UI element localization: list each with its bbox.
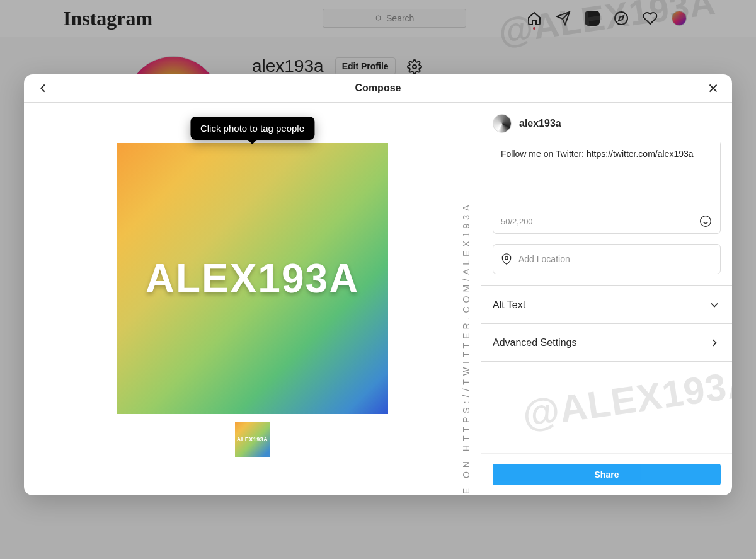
settings-rows: Alt Text Advanced Settings xyxy=(481,285,732,362)
modal-header: Compose xyxy=(24,74,732,103)
photo-preview[interactable]: ALEX193A xyxy=(117,143,388,414)
modal-title: Compose xyxy=(355,83,401,94)
emoji-button[interactable] xyxy=(699,214,713,228)
compose-form: @ALEX193A alex193a 50/2,200 xyxy=(481,103,732,495)
close-icon xyxy=(706,81,720,95)
back-button[interactable] xyxy=(35,81,50,96)
compose-modal: Compose Click photo to tag people ALEX19… xyxy=(24,74,732,495)
advanced-settings-row[interactable]: Advanced Settings xyxy=(481,323,732,361)
alt-text-row[interactable]: Alt Text xyxy=(481,285,732,323)
compose-username: alex193a xyxy=(519,118,561,129)
close-button[interactable] xyxy=(706,81,721,96)
smile-icon xyxy=(699,215,712,228)
photo-text: ALEX193A xyxy=(146,255,360,302)
modal-overlay[interactable]: Compose Click photo to tag people ALEX19… xyxy=(0,0,756,559)
chevron-left-icon xyxy=(36,81,50,95)
share-wrap: Share xyxy=(481,453,732,495)
compose-user: alex193a xyxy=(481,103,732,141)
location-box xyxy=(493,244,721,274)
chevron-down-icon xyxy=(708,299,721,311)
alt-text-label: Alt Text xyxy=(493,299,525,311)
tag-tooltip: Click photo to tag people xyxy=(190,117,314,140)
chevron-right-icon xyxy=(708,337,721,349)
svg-point-12 xyxy=(505,256,508,260)
location-input[interactable] xyxy=(518,254,713,264)
advanced-settings-label: Advanced Settings xyxy=(493,337,576,349)
caption-input[interactable] xyxy=(493,141,720,212)
photo-pane: Click photo to tag people ALEX193A ALEX1… xyxy=(24,103,481,495)
vertical-watermark: FOLLOW ME ON HTTPS://TWITTER.COM/ALEX193… xyxy=(461,188,471,495)
avatar xyxy=(493,114,512,133)
location-pin-icon xyxy=(501,253,512,265)
thumbnail-text: ALEX193A xyxy=(237,436,268,442)
char-counter: 50/2,200 xyxy=(501,217,533,226)
caption-box: 50/2,200 xyxy=(493,141,721,234)
svg-point-9 xyxy=(701,216,711,227)
share-button[interactable]: Share xyxy=(493,464,721,485)
thumbnail[interactable]: ALEX193A xyxy=(235,422,270,457)
